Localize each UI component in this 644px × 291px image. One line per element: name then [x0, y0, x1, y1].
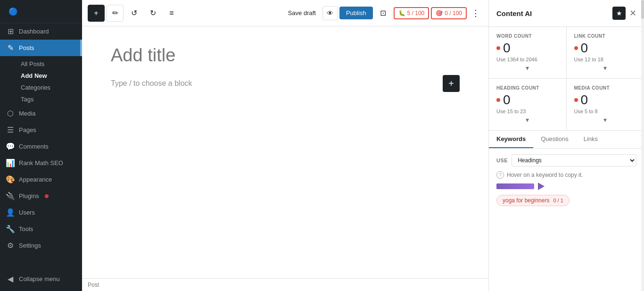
add-block-inline-button[interactable]: +	[443, 75, 460, 92]
bottom-bar: Post	[82, 278, 488, 291]
eye-icon: 👁	[327, 9, 333, 17]
sidebar: 🔵 ⊞ Dashboard ✎ Posts All Posts Add New …	[0, 0, 82, 291]
sidebar-item-label: Plugins	[19, 192, 39, 200]
main-area: + ✏ ↺ ↻ ≡ Save draft 👁 Publish ⊡ 🐛 5 / 1…	[82, 0, 488, 291]
tooltip-container: Ad Competition: 26 CPC: $2.97 Volume: 14…	[496, 183, 636, 190]
redo-icon: ↻	[150, 8, 156, 17]
sidebar-bottom: ◀ Collapse menu	[0, 267, 82, 291]
undo-icon: ↺	[131, 8, 137, 17]
sidebar-item-label: Media	[19, 110, 35, 117]
sidebar-item-users[interactable]: 👤 Users	[0, 204, 82, 221]
editor-content: Type / to choose a block +	[101, 26, 469, 130]
info-text: Hover on a keyword to copy it.	[507, 172, 583, 178]
arrow-head	[538, 183, 545, 190]
view-button[interactable]: 👁	[322, 6, 338, 20]
heading-count-label: HEADING COUNT	[496, 85, 559, 91]
sidebar-item-comments[interactable]: 💬 Comments	[0, 138, 82, 155]
list-view-button[interactable]: ≡	[163, 5, 180, 22]
info-icon[interactable]: ?	[496, 171, 504, 179]
media-count-label: MEDIA COUNT	[574, 85, 637, 91]
post-title-input[interactable]	[111, 45, 460, 66]
headings-select[interactable]: Headings	[512, 154, 636, 166]
more-options-button[interactable]: ⋮	[469, 6, 483, 20]
heading-count-cell: HEADING COUNT 0 Use 15 to 23 ▾	[489, 79, 567, 130]
tooltip-arrow-row	[496, 183, 636, 190]
add-block-button[interactable]: +	[88, 5, 105, 22]
seo-score-icon: 🐛	[398, 10, 405, 17]
sidebar-item-plugins[interactable]: 🔌 Plugins	[0, 188, 82, 204]
collapse-menu-button[interactable]: ◀ Collapse menu	[0, 271, 82, 287]
sidebar-toggle-icon: ⊡	[380, 8, 386, 17]
undo-button[interactable]: ↺	[125, 5, 142, 22]
plugins-icon: 🔌	[6, 191, 15, 200]
wp-logo: 🔵	[6, 4, 21, 19]
media-count-expand[interactable]: ▾	[574, 114, 637, 124]
sidebar-item-label: Dashboard	[19, 28, 49, 35]
word-count-value: 0	[503, 42, 511, 55]
settings-icon: ⚙	[6, 241, 15, 250]
toolbar: + ✏ ↺ ↻ ≡ Save draft 👁 Publish ⊡ 🐛 5 / 1…	[82, 0, 488, 26]
sidebar-item-label: Settings	[19, 242, 41, 249]
plugins-notification	[45, 194, 49, 198]
seo-score-button[interactable]: 🐛 5 / 100	[394, 7, 429, 19]
sidebar-toggle-button[interactable]: ⊡	[375, 5, 392, 22]
link-count-value-row: 0	[574, 42, 637, 55]
keywords-section: USE Headings ? Hover on a keyword to cop…	[489, 149, 644, 291]
word-count-dot	[496, 46, 500, 50]
link-count-dot	[574, 46, 578, 50]
content-score-button[interactable]: 🎯 0 / 100	[431, 7, 467, 19]
content-score-icon: 🎯	[436, 10, 443, 17]
sidebar-sub-tags[interactable]: Tags	[0, 93, 82, 105]
publish-button[interactable]: Publish	[339, 7, 373, 19]
sidebar-item-media[interactable]: ⬡ Media	[0, 105, 82, 122]
use-label: USE	[496, 158, 508, 163]
panel-tabs: Keywords Questions Links	[489, 131, 644, 149]
close-panel-button[interactable]: ✕	[629, 8, 636, 18]
pages-icon: ☰	[6, 125, 15, 134]
rank-math-icon: 📊	[6, 158, 15, 167]
sidebar-sub-add-new[interactable]: Add New	[0, 70, 82, 82]
tab-questions[interactable]: Questions	[533, 131, 576, 148]
keyword-tag[interactable]: yoga for beginners 0 / 1	[496, 195, 570, 206]
heading-count-expand[interactable]: ▾	[496, 114, 559, 124]
tab-links[interactable]: Links	[576, 131, 605, 148]
sidebar-sub-all-posts[interactable]: All Posts	[0, 58, 82, 70]
sidebar-item-pages[interactable]: ☰ Pages	[0, 122, 82, 138]
tools-button[interactable]: ✏	[107, 5, 124, 22]
media-count-value-row: 0	[574, 93, 637, 107]
sidebar-item-tools[interactable]: 🔧 Tools	[0, 221, 82, 237]
star-icon: ★	[616, 9, 622, 17]
heading-count-value: 0	[503, 93, 511, 107]
redo-button[interactable]: ↻	[144, 5, 161, 22]
tab-keywords[interactable]: Keywords	[489, 131, 533, 148]
sidebar-item-rank-math[interactable]: 📊 Rank Math SEO	[0, 155, 82, 171]
star-button[interactable]: ★	[612, 7, 626, 20]
sidebar-item-label: Tools	[19, 225, 33, 233]
save-draft-button[interactable]: Save draft	[283, 7, 321, 19]
sidebar-item-label: Posts	[19, 44, 34, 51]
sidebar-header: 🔵	[0, 0, 82, 23]
link-count-hint: Use 12 to 18	[574, 57, 637, 62]
sidebar-sub-categories[interactable]: Categories	[0, 82, 82, 93]
sidebar-item-posts[interactable]: ✎ Posts	[0, 40, 82, 56]
link-count-expand[interactable]: ▾	[574, 62, 637, 72]
sidebar-item-label: Users	[19, 209, 35, 216]
add-block-icon: +	[94, 9, 98, 17]
arrow-bar	[496, 183, 534, 189]
sidebar-item-settings[interactable]: ⚙ Settings	[0, 237, 82, 254]
heading-count-value-row: 0	[496, 93, 559, 107]
scrollbar[interactable]	[641, 0, 644, 291]
link-count-cell: LINK COUNT 0 Use 12 to 18 ▾	[567, 27, 644, 79]
sidebar-item-dashboard[interactable]: ⊞ Dashboard	[0, 23, 82, 40]
seo-score-value: 5 / 100	[407, 10, 425, 17]
media-count-cell: MEDIA COUNT 0 Use 5 to 8 ▾	[567, 79, 644, 130]
word-count-expand[interactable]: ▾	[496, 62, 559, 72]
dashboard-icon: ⊞	[6, 27, 15, 36]
post-type-label: Post	[88, 282, 99, 288]
word-count-hint: Use 1364 to 2046	[496, 57, 559, 62]
sidebar-item-appearance[interactable]: 🎨 Appearance	[0, 171, 82, 188]
collapse-label: Collapse menu	[19, 275, 60, 283]
block-placeholder: Type / to choose a block +	[111, 75, 460, 92]
more-icon: ⋮	[471, 8, 480, 18]
media-count-dot	[574, 98, 578, 102]
